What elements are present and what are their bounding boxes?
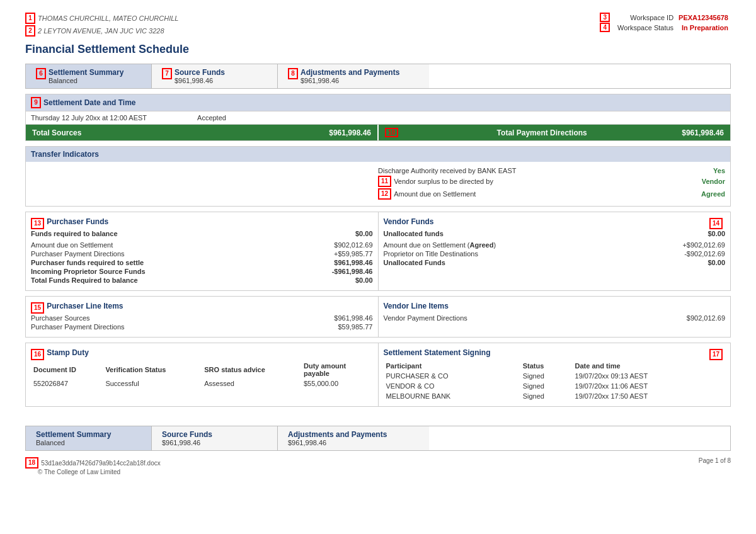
footer-file-row: 18 53d1ae3dda7f426d79a9b14cc2ab18f.docx [25, 457, 161, 469]
vendor-line-items-section: Vendor Line Items Vendor Payment Directi… [379, 297, 731, 337]
stamp-signing-row: 16 Stamp Duty Document ID Verification S… [25, 343, 731, 407]
client-address: 2 LEYTON AVENUE, JAN JUC VIC 3228 [38, 27, 164, 35]
client-name: THOMAS CHURCHILL, MATEO CHURCHILL [38, 14, 179, 22]
workspace-status-label: Workspace Status [615, 23, 676, 33]
total-sources-value: $961,998.46 [329, 128, 371, 137]
transfer-value-3: Agreed [687, 190, 725, 198]
pf-label-0: Amount due on Settlement [31, 241, 113, 249]
pf-value-0: $902,012.69 [334, 241, 372, 249]
line-items-row: 15 Purchaser Line Items Purchaser Source… [25, 296, 731, 338]
vendor-balance-label: Unallocated funds [384, 230, 444, 237]
annotation-8: 8 [288, 68, 298, 79]
vf-item-0: Amount due on Settlement (Agreed) +$902,… [384, 241, 726, 249]
pf-item-2: Purchaser funds required to settle $961,… [31, 259, 373, 266]
sd-col-docid: Document ID [31, 361, 103, 378]
top-tab-bar: 6 Settlement Summary Balanced 7 Source F… [25, 64, 731, 89]
bottom-tab-settlement-summary[interactable]: Settlement Summary Balanced [26, 426, 152, 450]
workspace-id-label: Workspace ID [615, 13, 676, 23]
sd-header: 16 Stamp Duty [31, 348, 373, 361]
sign-cell-datetime-1: 19/07/20xx 11:06 AEST [573, 381, 725, 391]
signing-table: Participant Status Date and time PURCHAS… [384, 361, 726, 401]
tab-settlement-summary[interactable]: 6 Settlement Summary Balanced [26, 64, 152, 88]
annotation-12: 12 [378, 188, 391, 200]
sd-cell-docid: 552026847 [31, 378, 103, 389]
stamp-duty-section: 16 Stamp Duty Document ID Verification S… [26, 343, 379, 406]
vli-value-0: $902,012.69 [687, 314, 725, 322]
purchaser-balance-line: Funds required to balance $0.00 [31, 230, 373, 237]
bottom-tab1-title: Settlement Summary [36, 430, 141, 439]
annotation-14: 14 [709, 218, 723, 229]
tab2-sub: $961,998.46 [175, 77, 225, 84]
transfer-indicators-block: Transfer Indicators Discharge Authority … [25, 146, 731, 207]
pli-value-1: $59,985.77 [338, 323, 372, 331]
sign-cell-status-0: Signed [520, 371, 573, 381]
annotation-4: 4 [600, 23, 610, 32]
transfer-right: Discharge Authority received by BANK EAS… [378, 167, 725, 201]
annotation-3: 3 [600, 13, 610, 22]
bottom-tab-adjustments[interactable]: Adjustments and Payments $961,998.46 [278, 426, 429, 450]
page-footer: 18 53d1ae3dda7f426d79a9b14cc2ab18f.docx … [25, 457, 731, 475]
vli-title: Vendor Line Items [384, 302, 726, 310]
sign-row-2: MELBOURNE BANK Signed 19/07/20xx 17:50 A… [384, 391, 726, 401]
tab-source-funds[interactable]: 7 Source Funds $961,998.46 [152, 64, 278, 88]
workspace-id-value: PEXA12345678 [676, 13, 731, 23]
annotation-6: 6 [36, 68, 46, 79]
tab3-sub: $961,998.46 [301, 77, 399, 84]
pli-title: Purchaser Line Items [47, 302, 123, 310]
pf-item-4: Total Funds Required to balance $0.00 [31, 276, 373, 284]
settle-accepted: Accepted [197, 114, 226, 122]
sd-cell-sro: Assessed [202, 378, 301, 389]
transfer-value-2: Vendor [687, 178, 725, 185]
address-row: 2 2 LEYTON AVENUE, JAN JUC VIC 3228 [25, 25, 179, 37]
sd-cell-verification: Successful [103, 378, 202, 389]
sign-cell-status-2: Signed [520, 391, 573, 401]
annotation-7: 7 [162, 68, 172, 79]
purchaser-line-items-section: 15 Purchaser Line Items Purchaser Source… [26, 297, 379, 337]
total-directions-section: 10 Total Payment Directions $961,998.46 [379, 125, 730, 140]
pf-label-4: Total Funds Required to balance [31, 276, 138, 284]
bottom-tab1-sub: Balanced [36, 439, 141, 446]
purchaser-funds-header: 13 Purchaser Funds [31, 217, 373, 230]
signing-title: Settlement Statement Signing [384, 348, 491, 357]
pv-funds-row: 13 Purchaser Funds Funds required to bal… [25, 212, 731, 291]
pf-item-0: Amount due on Settlement $902,012.69 [31, 241, 373, 249]
signing-header: Settlement Statement Signing 17 [384, 348, 726, 361]
annotation-18: 18 [25, 457, 38, 469]
annotation-15: 15 [31, 302, 44, 314]
header-left: 1 THOMAS CHURCHILL, MATEO CHURCHILL 2 2 … [25, 13, 179, 37]
tab-adjustments[interactable]: 8 Adjustments and Payments $961,998.46 [278, 64, 429, 88]
sign-col-participant: Participant [384, 361, 520, 371]
vendor-balance-value: $0.00 [707, 230, 725, 237]
total-row: Total Sources $961,998.46 10 Total Payme… [26, 125, 730, 140]
purchaser-balance-value: $0.00 [355, 230, 373, 237]
vf-item-2: Unallocated Funds $0.00 [384, 259, 726, 266]
annotation-9: 9 [31, 97, 41, 108]
sd-col-verification: Verification Status [103, 361, 202, 378]
bottom-tab3-title: Adjustments and Payments [288, 430, 419, 439]
footer-copyright: © The College of Law Limited [38, 469, 161, 475]
sign-cell-participant-2: MELBOURNE BANK [384, 391, 520, 401]
sign-cell-datetime-0: 19/07/20xx 09:13 AEST [573, 371, 725, 381]
annotation-13: 13 [31, 218, 44, 229]
transfer-value-1: Yes [687, 167, 725, 174]
bottom-tab2-sub: $961,998.46 [162, 439, 267, 446]
transfer-item-1: Discharge Authority received by BANK EAS… [378, 167, 725, 174]
purchaser-items: Amount due on Settlement $902,012.69 Pur… [31, 241, 373, 284]
purchaser-balance-label: Funds required to balance [31, 230, 118, 237]
sign-row-1: VENDOR & CO Signed 19/07/20xx 11:06 AEST [384, 381, 726, 391]
pli-label-1: Purchaser Payment Directions [31, 323, 125, 331]
bottom-tab-source-funds[interactable]: Source Funds $961,998.46 [152, 426, 278, 450]
annotation-1: 1 [25, 13, 35, 24]
annotation-10: 10 [385, 128, 398, 137]
pli-value-0: $961,998.46 [334, 314, 372, 322]
vendor-items: Amount due on Settlement (Agreed) +$902,… [384, 241, 726, 266]
total-directions-value: $961,998.46 [682, 128, 724, 137]
footer-page: Page 1 of 8 [699, 457, 731, 475]
settlement-signing-section: Settlement Statement Signing 17 Particip… [379, 343, 731, 406]
pf-item-3: Incoming Proprietor Source Funds -$961,9… [31, 268, 373, 275]
settlement-date-block: 9 Settlement Date and Time Thursday 12 J… [25, 94, 731, 141]
settle-date-value: Thursday 12 July 20xx at 12:00 AEST [31, 114, 147, 122]
pf-label-2: Purchaser funds required to settle [31, 259, 144, 266]
annotation-17: 17 [709, 349, 723, 360]
pf-item-1: Purchaser Payment Directions +$59,985.77 [31, 250, 373, 258]
